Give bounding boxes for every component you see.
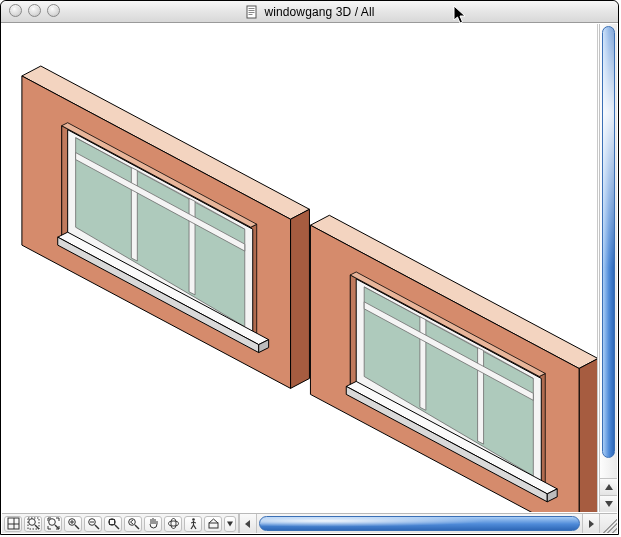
resize-grip[interactable]: [599, 514, 617, 533]
svg-marker-14: [189, 198, 195, 295]
toolstrip-overflow-icon[interactable]: [224, 516, 236, 532]
svg-line-44: [75, 525, 79, 529]
scroll-up-button[interactable]: [600, 478, 617, 495]
svg-line-48: [95, 525, 99, 529]
svg-line-42: [55, 525, 59, 529]
svg-rect-63: [209, 523, 218, 528]
svg-marker-27: [420, 317, 426, 411]
svg-point-55: [168, 521, 178, 526]
zoom-fit-icon[interactable]: [104, 516, 122, 532]
document-icon: [245, 5, 259, 19]
svg-line-54: [135, 525, 139, 529]
svg-marker-34: [605, 501, 613, 507]
svg-marker-66: [589, 520, 594, 528]
orbit-icon[interactable]: [164, 516, 182, 532]
minimize-button[interactable]: [28, 4, 41, 17]
zoom-window-icon[interactable]: [24, 516, 42, 532]
horizontal-scrollbar-thumb[interactable]: [259, 516, 580, 531]
svg-line-60: [193, 525, 196, 529]
svg-marker-33: [605, 484, 613, 490]
window-controls: [9, 4, 60, 17]
svg-marker-28: [478, 348, 484, 445]
svg-rect-1: [248, 8, 254, 9]
scroll-down-button[interactable]: [600, 495, 617, 512]
wall-block-2: [310, 215, 597, 512]
svg-point-41: [48, 519, 55, 526]
keyplan-icon[interactable]: [4, 516, 22, 532]
walk-icon[interactable]: [184, 516, 202, 532]
scene-3d: [2, 24, 597, 512]
wall-block-1: [22, 66, 310, 388]
svg-line-59: [191, 525, 194, 529]
zoom-prev-icon[interactable]: [124, 516, 142, 532]
bottom-bar: [2, 513, 617, 533]
vertical-scrollbar[interactable]: [599, 24, 617, 512]
pan-icon[interactable]: [144, 516, 162, 532]
svg-line-39: [35, 525, 39, 529]
viewport[interactable]: [2, 24, 598, 512]
vertical-scrollbar-track[interactable]: [600, 24, 617, 478]
svg-rect-52: [109, 520, 114, 525]
svg-marker-65: [245, 520, 250, 528]
svg-line-51: [115, 525, 119, 529]
svg-point-57: [192, 518, 195, 521]
app-window: windowgang 3D / All: [0, 0, 619, 535]
zoom-out-icon[interactable]: [84, 516, 102, 532]
svg-rect-3: [248, 12, 254, 13]
svg-marker-64: [227, 522, 233, 527]
svg-marker-6: [291, 209, 310, 388]
svg-rect-2: [248, 10, 254, 11]
horizontal-scrollbar[interactable]: [239, 514, 599, 533]
titlebar[interactable]: windowgang 3D / All: [1, 1, 618, 23]
svg-marker-20: [579, 359, 597, 512]
scene-svg: [2, 24, 597, 512]
svg-point-53: [128, 519, 135, 526]
window-title: windowgang 3D / All: [245, 5, 375, 19]
svg-rect-4: [248, 14, 252, 15]
vertical-scrollbar-thumb[interactable]: [602, 26, 615, 458]
explore-icon[interactable]: [204, 516, 222, 532]
zoom-selection-icon[interactable]: [44, 516, 62, 532]
svg-point-38: [28, 519, 35, 526]
svg-point-56: [171, 519, 176, 529]
close-button[interactable]: [9, 4, 22, 17]
scroll-left-button[interactable]: [240, 514, 257, 533]
scroll-right-button[interactable]: [582, 514, 599, 533]
zoom-button[interactable]: [47, 4, 60, 17]
view-toolstrip: [2, 514, 239, 533]
window-title-text: windowgang 3D / All: [265, 5, 375, 19]
horizontal-scrollbar-track[interactable]: [257, 514, 582, 533]
zoom-in-icon[interactable]: [64, 516, 82, 532]
svg-marker-13: [131, 168, 137, 262]
